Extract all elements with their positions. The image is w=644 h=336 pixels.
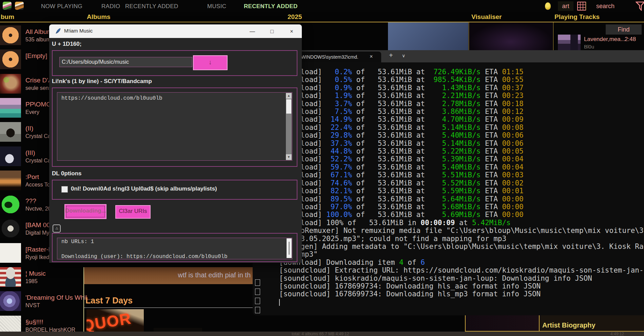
album-title: §u§!!!! (25, 318, 43, 326)
terminal-line: [soundcloud] Extracting URL: https://sou… (279, 266, 644, 274)
terminal-line: [download] 52.2% of 53.61MiB at 5.39MiB/… (279, 155, 644, 163)
find-button[interactable]: Find (606, 24, 642, 35)
links-textarea-value: https://soundcloud.com/bl0uu0lb (61, 95, 162, 101)
album-art-grave[interactable] (0, 122, 21, 142)
album-art-disc[interactable] (0, 50, 21, 69)
nav-item-now-playing[interactable]: NOW PLAYING (41, 3, 82, 10)
terminal-line: [download] 100% of 53.61MiB in 00:00:09 … (279, 219, 644, 227)
single-uploads-checkbox-label: 0nl! Downl0Ad s!ngl3 Upl0ad$ (skip album… (71, 185, 217, 192)
track-title[interactable]: Lavender,mea... (584, 36, 625, 43)
album-cover-liquor[interactable]: LIQUOR (86, 309, 144, 332)
album-subtitle: 1985 (25, 278, 38, 284)
top-nav-bar: NOW PLAYINGRADIORECENTLY ADDEDMUSICRECEN… (0, 0, 644, 12)
terminal-body[interactable]: [download] 0.2% of 53.61MiB at 726.49KiB… (253, 62, 644, 315)
album-cover-dark[interactable] (154, 328, 202, 332)
album-art-skull[interactable] (0, 74, 21, 94)
download-arrow-button[interactable]: ↓ (193, 55, 228, 70)
terminal-line: 2025.mp3" (279, 251, 644, 258)
albums-column-header: Albums (87, 13, 111, 21)
log-scrollbar[interactable] (287, 238, 292, 258)
album-row[interactable]: ¦ Music1985 (0, 267, 84, 290)
app-screen: NOW PLAYINGRADIORECENTLY ADDEDMUSICRECEN… (0, 0, 644, 336)
scroll-down-icon[interactable]: ▼ (286, 154, 292, 160)
nav-item-music[interactable]: MUSIC (207, 3, 226, 10)
clear-urls-button[interactable]: Cl3ar URIs (115, 205, 151, 219)
artist-biography-header: Artist Biography (542, 321, 596, 329)
miam-music-dialog: M!iam Music — □ × U + 1D160; ↓ Li!nk's (… (49, 24, 302, 263)
terminal-line: [download] 100.0% of 53.61MiB at 5.69MiB… (279, 211, 644, 219)
terminal-window[interactable]: \WINDOWS\system32\cmd. × + ∨ [download] … (253, 50, 644, 315)
minimize-button[interactable]: — (245, 27, 260, 36)
track-thumbnail[interactable] (558, 35, 581, 50)
art-button[interactable]: art (558, 1, 573, 11)
comment-text: wtf is that edith piaf in th (178, 271, 251, 279)
single-uploads-checkbox[interactable] (61, 186, 68, 193)
log-line: Downloading (user): https://soundcloud.c… (57, 253, 292, 260)
new-tab-button[interactable]: + (389, 52, 393, 59)
download-log: nb URLs: 1 Downloading (user): https://s… (57, 238, 292, 259)
filter-funnel-icon[interactable] (636, 1, 644, 12)
nav-add-tab-button[interactable]: + (259, 2, 264, 10)
terminal-line: [download] 1.9% of 53.61MiB at 2.21MiB/s… (279, 92, 644, 100)
dialog-title-bar[interactable]: M!iam Music — □ × (49, 24, 302, 38)
playing-tracks-panel: Find Lavender,mea... 2:48 Bl0u (553, 22, 644, 50)
terminal-line: [download] 3.7% of 53.61MiB at 2.78MiB/s… (279, 100, 644, 108)
terminal-tab[interactable]: \WINDOWS\system32\cmd. × (294, 52, 381, 62)
album-column-header: bum (1, 13, 14, 21)
status-bar: total: 4 albums 65.7 MB 4:49:12 4:49:12 (0, 332, 644, 336)
visualiser-art-panel (388, 22, 468, 50)
album-art-windmill[interactable] (0, 171, 21, 190)
column-headers: bum Albums 2025 Visualiser Playing Track… (0, 12, 644, 22)
tab-close-icon[interactable]: × (370, 54, 373, 60)
terminal-line: [download] 89.5% of 53.61MiB at 5.64MiB/… (279, 195, 644, 203)
terminal-line: [download] 0.5% of 53.61MiB at 985.54KiB… (279, 76, 644, 84)
album-row[interactable]: 'Dreaming Of Us Whil...NVST (0, 291, 84, 314)
destination-path-input[interactable] (59, 57, 192, 67)
album-art-swirl[interactable] (0, 291, 21, 311)
nav-item-recently-added[interactable]: RECENTLY ADDED (125, 3, 178, 10)
search-button[interactable]: search (596, 3, 614, 10)
dl-options-groupbox: 0nl! Downl0Ad s!ngl3 Upl0ad$ (skip album… (52, 180, 297, 200)
app-stack-orange-icon[interactable] (15, 2, 24, 10)
nav-item-recently-added[interactable]: RECENTLY ADDED (244, 3, 298, 10)
album-art-disc[interactable] (0, 25, 21, 45)
album-art-vinyl[interactable] (0, 219, 21, 238)
focus-ring (66, 206, 105, 217)
character-icon[interactable] (545, 2, 551, 10)
last-7-days-underline (84, 308, 253, 308)
feather-app-icon (55, 28, 61, 36)
visualiser-panel (469, 22, 553, 50)
close-button[interactable]: × (284, 27, 299, 36)
album-art-landscape[interactable] (0, 98, 21, 118)
terminal-line: [download] 37.3% of 53.61MiB at 5.14MiB/… (279, 140, 644, 147)
nav-divider (586, 2, 586, 10)
unknown-glyph-column (255, 279, 260, 315)
app-stack-green-icon[interactable] (3, 2, 12, 10)
destination-label: U + 1D160; (52, 41, 81, 47)
terminal-line: [Metagen] Adding metadata to "C:\Users\b… (279, 243, 644, 251)
links-textarea[interactable]: https://soundcloud.com/bl0uu0lb ▲ ▼ (57, 92, 292, 161)
album-art-usa[interactable] (0, 267, 21, 287)
album-art-whitecover[interactable] (0, 243, 21, 263)
album-title: ??? (25, 197, 36, 205)
textarea-scrollbar[interactable]: ▲ ▼ (286, 93, 292, 160)
small-badge-icon: ஃ (53, 224, 61, 233)
album-art-monkey[interactable] (0, 195, 21, 214)
grid-view-icon[interactable] (577, 2, 586, 12)
terminal-line: [download] Downloading item 4 of 6 (279, 259, 644, 266)
album-subtitle: NVST (25, 302, 40, 309)
log-scroll-thumb (289, 242, 290, 255)
maximize-button[interactable]: □ (264, 27, 280, 36)
nav-item-radio[interactable]: RADIO (101, 3, 120, 10)
dialog-title: M!iam Music (64, 28, 93, 34)
downloading-button[interactable]: Downloading... (64, 204, 106, 219)
liquor-sign-text: LIQUOR (86, 309, 133, 332)
scroll-up-icon[interactable]: ▲ (286, 93, 292, 99)
textarea-scroll-thumb[interactable] (286, 99, 291, 114)
log-line: nb URLs: 1 (57, 238, 292, 245)
tab-dropdown-icon[interactable]: ∨ (402, 53, 405, 58)
album-art-figure[interactable] (0, 146, 21, 166)
comment-banner: wtf is that edith piaf in th (84, 267, 253, 284)
terminal-tab-bar: \WINDOWS\system32\cmd. × + ∨ (253, 50, 644, 62)
missing-glyph-box (255, 307, 260, 313)
